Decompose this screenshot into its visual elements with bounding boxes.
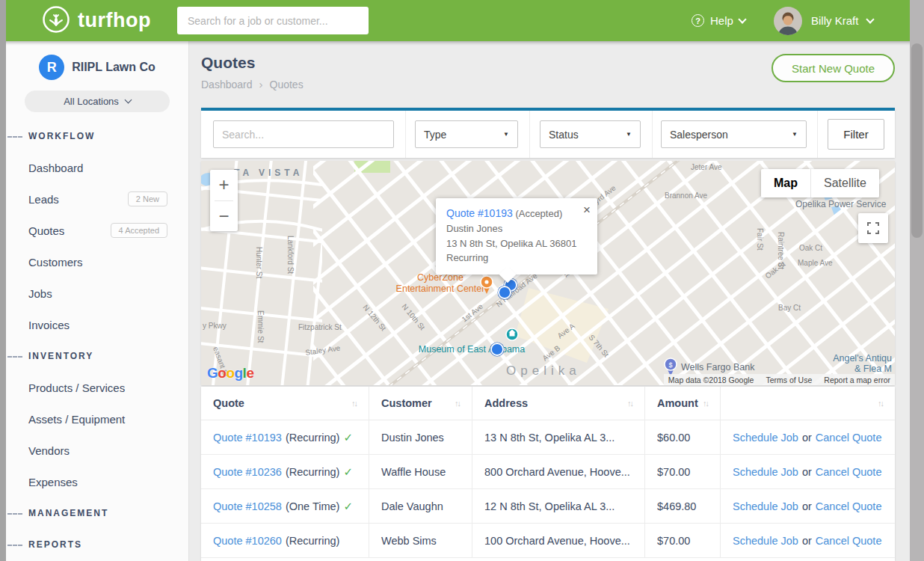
table-header-row: Quote↑↓ Customer↑↓ Address↑↓ Amount↑↓ ↑↓: [201, 387, 895, 420]
help-menu[interactable]: ? Help: [692, 0, 745, 41]
poi-label-power[interactable]: Opelika Power Service: [795, 199, 887, 209]
poi-label-angels[interactable]: & Flea M: [854, 364, 892, 374]
divider: [405, 111, 406, 158]
top-header: turfhop ? Help Billy Kraft: [0, 0, 924, 41]
quote-link[interactable]: Quote #10258: [213, 500, 282, 512]
info-type: Recurring: [446, 251, 587, 266]
terms-of-use-link[interactable]: Terms of Use: [766, 375, 812, 384]
sidebar-item-products-services[interactable]: Products / Services: [6, 372, 188, 403]
app-logo[interactable]: turfhop: [42, 5, 151, 37]
select-arrow-icon: ▼: [792, 131, 798, 138]
window-edge: [0, 0, 6, 561]
quote-link[interactable]: Quote #10193: [213, 432, 282, 444]
sidebar-section-inventory[interactable]: INVENTORY: [6, 340, 188, 372]
breadcrumb-quotes[interactable]: Quotes: [270, 79, 304, 91]
street-label: Oak Ct: [799, 244, 822, 252]
location-selector[interactable]: All Locations: [25, 91, 170, 112]
quote-marker[interactable]: [498, 286, 512, 300]
column-header-amount[interactable]: Amount↑↓: [645, 387, 721, 420]
address-cell: 13 N 8th St, Opelika AL 3...: [472, 420, 645, 454]
poi-label-angels[interactable]: Angel's Antiqu: [833, 353, 892, 364]
column-header-actions[interactable]: ↑↓: [721, 387, 895, 420]
breadcrumb: Dashboard › Quotes: [201, 78, 304, 91]
scrollbar-thumb[interactable]: [911, 43, 923, 238]
poi-label-wells-fargo[interactable]: Wells Fargo Bank: [681, 362, 755, 373]
turfhop-grass-icon: [42, 5, 70, 37]
action-separator: or: [802, 432, 812, 444]
map-type-map-button[interactable]: Map: [761, 169, 810, 197]
scrollbar[interactable]: [910, 0, 924, 561]
info-address: 13 N 8th St, Opelika AL 36801: [446, 236, 587, 251]
status-select[interactable]: Status▼: [540, 120, 641, 148]
sidebar-item-leads[interactable]: Leads2 New: [6, 183, 188, 215]
map-type-satellite-button[interactable]: Satellite: [810, 169, 879, 197]
column-header-customer[interactable]: Customer↑↓: [369, 387, 472, 420]
sidebar-section-workflow[interactable]: WORKFLOW: [6, 120, 188, 152]
schedule-job-link[interactable]: Schedule Job: [733, 466, 798, 478]
global-search-input[interactable]: [177, 7, 369, 34]
street-label: Maple Ave: [798, 259, 833, 267]
schedule-job-link[interactable]: Schedule Job: [733, 500, 798, 512]
quote-link[interactable]: Quote #10236: [213, 466, 282, 478]
sidebar-item-jobs[interactable]: Jobs: [6, 278, 188, 309]
company-logo: R: [39, 55, 64, 80]
customer-cell: Dustin Jones: [369, 420, 472, 454]
sort-icon[interactable]: ↑↓: [878, 399, 883, 408]
quote-link[interactable]: Quote #10260: [213, 535, 282, 547]
museum-poi-marker[interactable]: [506, 328, 518, 340]
google-logo[interactable]: Google: [207, 365, 253, 381]
schedule-job-link[interactable]: Schedule Job: [733, 432, 798, 444]
sort-icon[interactable]: ↑↓: [455, 399, 460, 408]
sidebar-item-expenses[interactable]: Expenses: [6, 466, 188, 497]
close-icon[interactable]: ×: [583, 203, 591, 218]
sidebar-item-customers[interactable]: Customers: [6, 246, 188, 278]
type-select[interactable]: Type▼: [415, 120, 518, 148]
sidebar-item-invoices[interactable]: Invoices: [6, 309, 188, 340]
filter-button[interactable]: Filter: [828, 119, 884, 150]
avatar: [774, 7, 802, 35]
zoom-out-button[interactable]: −: [210, 201, 238, 232]
report-map-error-link[interactable]: Report a map error: [824, 375, 890, 384]
breadcrumb-dashboard[interactable]: Dashboard: [201, 79, 253, 91]
customer-cell: Webb Sims: [369, 524, 472, 557]
section-dash-icon: [7, 136, 22, 138]
column-header-quote[interactable]: Quote↑↓: [201, 387, 369, 420]
app-logo-text: turfhop: [78, 9, 151, 32]
cancel-quote-link[interactable]: Cancel Quote: [816, 466, 882, 478]
cancel-quote-link[interactable]: Cancel Quote: [816, 500, 882, 512]
quotes-search-input[interactable]: [213, 120, 394, 148]
quote-marker[interactable]: [490, 343, 505, 357]
cancel-quote-link[interactable]: Cancel Quote: [816, 535, 882, 547]
quote-type: (Recurring): [286, 432, 340, 444]
quotes-table: Quote↑↓ Customer↑↓ Address↑↓ Amount↑↓ ↑↓…: [201, 387, 895, 561]
poi-label-cyberzone[interactable]: Entertainment Center: [396, 283, 485, 294]
street-label: Fair St: [756, 228, 764, 251]
info-window-title: Quote #10193 (Accepted): [446, 206, 587, 221]
sidebar-section-reports[interactable]: REPORTS: [6, 529, 188, 560]
street-label: Brannon Ave: [665, 191, 708, 200]
sidebar-item-vendors[interactable]: Vendors: [6, 435, 188, 466]
sort-icon[interactable]: ↑↓: [703, 399, 708, 408]
zoom-in-button[interactable]: +: [210, 170, 238, 200]
main-content: Quotes Dashboard › Quotes Start New Quot…: [189, 41, 910, 561]
street-label: Jeter Ave: [691, 163, 722, 171]
poi-label-museum[interactable]: Museum of East Alabama: [419, 344, 525, 355]
start-new-quote-button[interactable]: Start New Quote: [771, 54, 895, 82]
amount-cell: $70.00: [645, 455, 721, 488]
address-cell: 100 Orchard Avenue, Hoove...: [472, 524, 645, 557]
sidebar-item-quotes[interactable]: Quotes4 Accepted: [6, 215, 188, 246]
amount-cell: $70.00: [645, 524, 721, 557]
schedule-job-link[interactable]: Schedule Job: [733, 535, 798, 547]
sort-icon[interactable]: ↑↓: [351, 399, 357, 408]
fullscreen-button[interactable]: [858, 213, 888, 243]
info-quote-link[interactable]: Quote #10193: [446, 207, 513, 219]
cancel-quote-link[interactable]: Cancel Quote: [816, 432, 882, 444]
sort-icon[interactable]: ↑↓: [627, 399, 632, 408]
salesperson-select[interactable]: Salesperson▼: [661, 120, 807, 148]
sidebar-section-management[interactable]: MANAGEMENT: [6, 497, 188, 529]
breadcrumb-separator: ›: [259, 78, 263, 91]
user-menu[interactable]: Billy Kraft: [774, 0, 873, 41]
sidebar-item-assets-equipment[interactable]: Assets / Equipment: [6, 403, 188, 435]
sidebar-item-dashboard[interactable]: Dashboard: [6, 152, 188, 183]
column-header-address[interactable]: Address↑↓: [472, 387, 645, 420]
